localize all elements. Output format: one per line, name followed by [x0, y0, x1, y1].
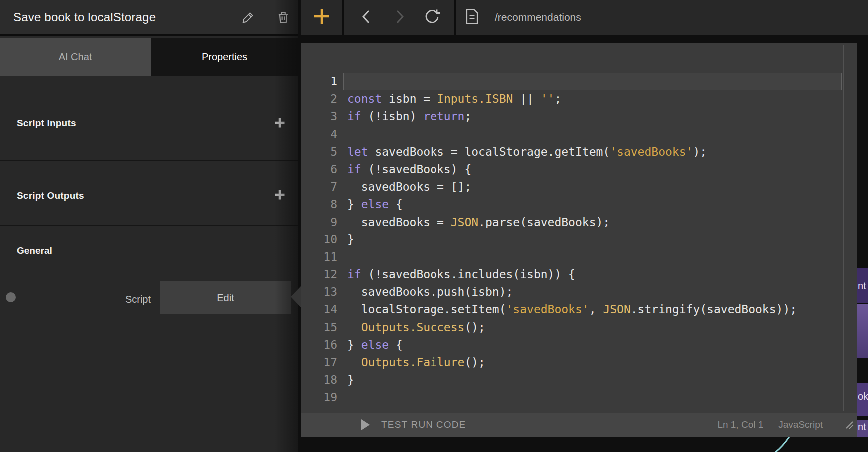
code-line[interactable]: 3if (!isbn) return; [301, 108, 857, 125]
line-number: 9 [301, 214, 337, 231]
chevron-left-icon [359, 8, 374, 27]
page-selector[interactable]: /recommendations [456, 0, 868, 35]
app-root: Save book to localStorage [0, 0, 868, 452]
code-line-content: const isbn = Inputs.ISBN || ''; [343, 90, 842, 108]
code-line[interactable]: 17 Outputs.Failure(); [301, 354, 857, 371]
section-script-inputs: Script Inputs [0, 76, 298, 160]
chevron-right-icon [392, 8, 407, 27]
play-icon [361, 419, 370, 430]
line-number: 19 [301, 389, 337, 406]
section-label: Script Inputs [17, 118, 76, 129]
code-line-content: localStorage.setItem('savedBooks', JSON.… [343, 301, 842, 318]
tab-properties[interactable]: Properties [151, 38, 298, 76]
code-line[interactable]: 2const isbn = Inputs.ISBN || ''; [301, 90, 857, 108]
code-line-content [343, 73, 842, 90]
section-general: General Script Edit [0, 225, 298, 452]
canvas-button-fragment: nt [857, 420, 868, 437]
line-number: 13 [301, 283, 337, 301]
code-line[interactable]: 16} else { [301, 336, 857, 354]
line-number: 4 [301, 126, 337, 143]
add-page-button[interactable] [301, 0, 342, 35]
line-number: 17 [301, 354, 337, 371]
code-line-content: if (!savedBooks.includes(isbn)) { [343, 266, 842, 283]
script-property-label: Script [80, 294, 151, 305]
refresh-button[interactable] [422, 7, 442, 27]
language-label: JavaScript [778, 419, 823, 430]
code-line-content [343, 126, 842, 143]
panel-tabs: AI Chat Properties [0, 38, 298, 76]
code-editor-panel: 12const isbn = Inputs.ISBN || '';3if (!i… [301, 43, 857, 437]
code-line[interactable]: 8} else { [301, 196, 857, 213]
section-label: General [17, 245, 52, 256]
code-line-content: } else { [343, 336, 842, 354]
code-line-content: Outputs.Failure(); [343, 354, 842, 371]
code-line-content: } [343, 231, 842, 248]
code-line-content: savedBooks = JSON.parse(savedBooks); [343, 214, 842, 231]
code-line-content: Outputs.Success(); [343, 319, 842, 336]
code-line-content: savedBooks = []; [343, 178, 842, 196]
line-number: 16 [301, 336, 337, 354]
code-line[interactable]: 4 [301, 126, 857, 143]
add-script-input-button[interactable] [271, 115, 288, 132]
page-icon [465, 8, 479, 26]
editor-ruler [843, 45, 844, 411]
code-line[interactable]: 6if (!savedBooks) { [301, 161, 857, 178]
line-number: 10 [301, 231, 337, 248]
code-line[interactable]: 12if (!savedBooks.includes(isbn)) { [301, 266, 857, 283]
node-title: Save book to localStorage [13, 10, 156, 24]
line-number: 8 [301, 196, 337, 213]
code-line[interactable]: 5let savedBooks = localStorage.getItem('… [301, 143, 857, 161]
forward-button[interactable] [389, 7, 409, 27]
plus-icon [274, 189, 286, 202]
canvas-button-fragment [857, 304, 868, 358]
navigation-controls [344, 0, 454, 35]
line-number: 15 [301, 319, 337, 336]
canvas-button-fragment: ok [857, 383, 868, 416]
line-number: 3 [301, 108, 337, 125]
add-script-output-button[interactable] [271, 187, 288, 204]
input-port-dot [6, 292, 16, 302]
line-number: 7 [301, 178, 337, 196]
code-line[interactable]: 19 [301, 389, 857, 406]
line-number: 6 [301, 161, 337, 178]
code-line[interactable]: 13 savedBooks.push(isbn); [301, 283, 857, 301]
line-number: 11 [301, 248, 337, 266]
code-line-content [343, 248, 842, 266]
code-line-content: } else { [343, 196, 842, 213]
test-run-code-button[interactable]: TEST RUN CODE [361, 419, 466, 430]
tab-ai-chat[interactable]: AI Chat [0, 38, 151, 76]
script-edit-button[interactable]: Edit [160, 281, 291, 314]
code-line[interactable]: 15 Outputs.Success(); [301, 319, 857, 336]
code-line-content: } [343, 371, 842, 389]
code-line-content: if (!isbn) return; [343, 108, 842, 125]
line-number: 12 [301, 266, 337, 283]
code-line[interactable]: 14 localStorage.setItem('savedBooks', JS… [301, 301, 857, 318]
code-line[interactable]: 1 [301, 73, 857, 90]
code-line[interactable]: 10} [301, 231, 857, 248]
line-number: 5 [301, 143, 337, 161]
code-line[interactable]: 7 savedBooks = []; [301, 178, 857, 196]
code-line-content [343, 389, 842, 406]
refresh-icon [423, 8, 441, 27]
canvas-curve-decoration [773, 437, 798, 452]
code-line[interactable]: 18} [301, 371, 857, 389]
code-surface[interactable]: 12const isbn = Inputs.ISBN || '';3if (!i… [301, 43, 857, 413]
cursor-position: Ln 1, Col 1 [717, 419, 763, 430]
page-path: /recommendations [495, 11, 581, 23]
code-line-content: let savedBooks = localStorage.getItem('s… [343, 143, 842, 161]
line-number: 1 [301, 73, 337, 90]
back-button[interactable] [357, 7, 377, 27]
code-line-content: if (!savedBooks) { [343, 161, 842, 178]
delete-button[interactable] [272, 7, 294, 29]
code-line[interactable]: 11 [301, 248, 857, 266]
rename-button[interactable] [237, 7, 259, 29]
plus-icon [313, 7, 331, 27]
canvas-button-fragment: nt [857, 268, 868, 303]
editor-callout-arrow [291, 286, 301, 308]
code-line-content: savedBooks.push(isbn); [343, 283, 842, 301]
code-line[interactable]: 9 savedBooks = JSON.parse(savedBooks); [301, 214, 857, 231]
trash-icon [276, 10, 290, 26]
resize-handle[interactable] [845, 420, 854, 429]
top-toolbar: /recommendations [301, 0, 868, 35]
section-script-outputs: Script Outputs [0, 160, 298, 225]
